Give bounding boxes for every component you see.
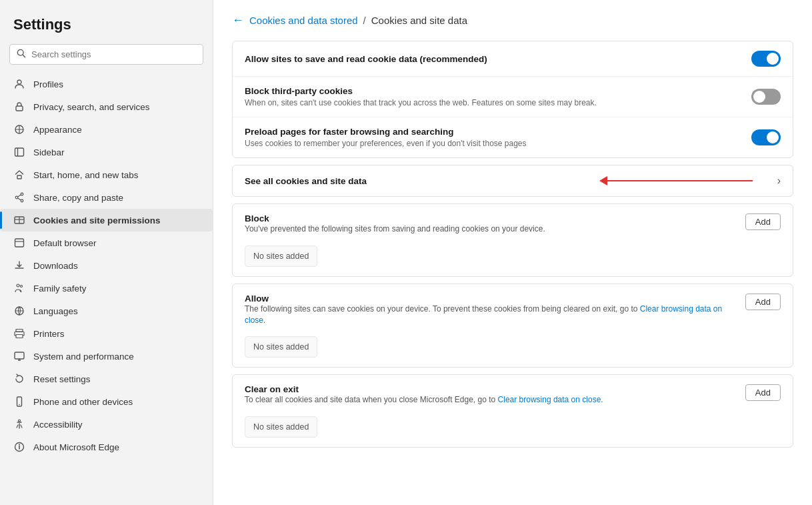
sidebar-item-about[interactable]: About Microsoft Edge — [0, 436, 213, 458]
back-button[interactable]: ← — [232, 13, 244, 27]
svg-point-2 — [17, 80, 21, 84]
main-content: ← Cookies and data stored / Cookies and … — [213, 0, 812, 505]
setting-title-block-third-party: Block third-party cookies — [245, 86, 741, 96]
see-all-row[interactable]: See all cookies and site data › — [233, 165, 793, 196]
clear-on-exit-no-sites: No sites added — [245, 416, 317, 438]
download-icon — [13, 260, 25, 272]
sidebar-item-share-copy[interactable]: Share, copy and paste — [0, 186, 213, 209]
clear-on-exit-title: Clear on exit — [245, 384, 739, 394]
toggle-knob-allow-save — [767, 53, 779, 65]
phone-icon — [13, 396, 25, 408]
svg-point-19 — [21, 286, 23, 288]
search-input[interactable] — [31, 49, 196, 59]
svg-line-1 — [23, 55, 25, 57]
sidebar-item-accessibility[interactable]: Accessibility — [0, 413, 213, 436]
see-all-card: See all cookies and site data › — [232, 165, 793, 197]
breadcrumb-link[interactable]: Cookies and data stored — [249, 15, 358, 26]
sidebar-item-default-browser[interactable]: Default browser — [0, 231, 213, 254]
block-card: Block You've prevented the following sit… — [232, 203, 793, 277]
sidebar-label-family-safety: Family safety — [33, 284, 87, 294]
sidebar-label-sidebar: Sidebar — [33, 147, 65, 157]
sidebar-item-appearance[interactable]: Appearance — [0, 118, 213, 141]
sidebar-label-reset: Reset settings — [33, 374, 91, 384]
settings-card: Allow sites to save and read cookie data… — [232, 41, 793, 158]
sidebar-item-downloads[interactable]: Downloads — [0, 254, 213, 277]
sidebar: Settings Profiles Privacy, search, and s… — [0, 0, 213, 505]
svg-line-11 — [18, 195, 21, 197]
setting-row-preload: Preload pages for faster browsing and se… — [233, 117, 793, 157]
allow-no-sites: No sites added — [245, 336, 317, 358]
sidebar-item-profiles[interactable]: Profiles — [0, 73, 213, 95]
clear-on-exit-desc: To clear all cookies and site data when … — [245, 394, 732, 406]
clear-on-exit-add-button[interactable]: Add — [745, 384, 781, 401]
sidebar-item-system[interactable]: System and performance — [0, 345, 213, 368]
share-icon — [13, 191, 25, 203]
sidebar-label-system: System and performance — [33, 352, 134, 362]
toggle-allow-save[interactable] — [751, 51, 781, 67]
accessibility-icon — [13, 418, 25, 430]
sidebar-item-languages[interactable]: Languages — [0, 300, 213, 322]
chevron-right-icon: › — [777, 175, 781, 187]
setting-title-allow-save: Allow sites to save and read cookie data… — [245, 54, 741, 64]
svg-point-10 — [15, 196, 18, 199]
sidebar-label-about: About Microsoft Edge — [33, 442, 119, 452]
setting-row-allow-save: Allow sites to save and read cookie data… — [233, 41, 793, 77]
svg-line-12 — [18, 198, 21, 200]
sidebar-label-start-home: Start, home, and new tabs — [33, 170, 139, 180]
sidebar-item-cookies[interactable]: Cookies and site permissions — [0, 209, 213, 231]
sidebar-label-downloads: Downloads — [33, 261, 78, 271]
toggle-block-third-party[interactable] — [751, 89, 781, 105]
allow-card: Allow The following sites can save cooki… — [232, 284, 793, 368]
sidebar-item-family-safety[interactable]: Family safety — [0, 277, 213, 300]
toggle-knob-preload — [767, 131, 779, 143]
clear-on-exit-link[interactable]: Clear browsing data on close — [498, 395, 601, 404]
system-icon — [13, 350, 25, 362]
sidebar-label-default-browser: Default browser — [33, 238, 97, 248]
toggle-preload[interactable] — [751, 129, 781, 145]
block-desc: You've prevented the following sites fro… — [245, 223, 545, 235]
sidebar-item-reset[interactable]: Reset settings — [0, 368, 213, 390]
cookies-icon — [13, 214, 25, 226]
search-icon — [17, 49, 26, 60]
sidebar-item-sidebar[interactable]: Sidebar — [0, 141, 213, 163]
svg-point-27 — [19, 404, 20, 406]
sidebar-icon — [13, 146, 25, 158]
svg-point-28 — [19, 420, 21, 422]
allow-title: Allow — [245, 294, 739, 304]
appearance-icon — [13, 123, 25, 135]
allow-add-button[interactable]: Add — [745, 294, 781, 310]
block-add-button[interactable]: Add — [745, 213, 781, 230]
about-icon — [13, 441, 25, 453]
svg-point-8 — [21, 193, 23, 195]
family-icon — [13, 282, 25, 294]
sidebar-label-phone: Phone and other devices — [33, 397, 133, 407]
sidebar-item-privacy[interactable]: Privacy, search, and services — [0, 95, 213, 118]
sidebar-label-languages: Languages — [33, 306, 78, 316]
search-box[interactable] — [9, 44, 203, 65]
allow-header: Allow The following sites can save cooki… — [245, 294, 781, 326]
sidebar-item-printers[interactable]: Printers — [0, 322, 213, 345]
setting-row-block-third-party: Block third-party cookies When on, sites… — [233, 77, 793, 117]
sidebar-label-appearance: Appearance — [33, 125, 82, 135]
allow-desc: The following sites can save cookies on … — [245, 304, 732, 326]
sidebar-item-phone[interactable]: Phone and other devices — [0, 390, 213, 413]
setting-desc-preload: Uses cookies to remember your preference… — [245, 139, 741, 148]
sidebar-label-accessibility: Accessibility — [33, 420, 83, 430]
home-icon — [13, 169, 25, 181]
arrow-annotation — [599, 180, 753, 181]
breadcrumb-separator: / — [363, 15, 366, 26]
block-title: Block — [245, 213, 552, 223]
breadcrumb-current: Cookies and site data — [371, 15, 467, 26]
breadcrumb: ← Cookies and data stored / Cookies and … — [232, 13, 793, 27]
sidebar-title: Settings — [0, 11, 213, 44]
setting-title-preload: Preload pages for faster browsing and se… — [245, 127, 741, 137]
sidebar-label-privacy: Privacy, search, and services — [33, 102, 150, 112]
clear-on-exit-card: Clear on exit To clear all cookies and s… — [232, 374, 793, 448]
sidebar-label-printers: Printers — [33, 329, 65, 339]
svg-point-31 — [19, 444, 20, 445]
profile-icon — [13, 78, 25, 90]
svg-rect-23 — [15, 352, 24, 359]
toggle-knob-block-third-party — [753, 91, 765, 103]
block-header: Block You've prevented the following sit… — [245, 213, 781, 235]
sidebar-item-start-home[interactable]: Start, home, and new tabs — [0, 163, 213, 186]
